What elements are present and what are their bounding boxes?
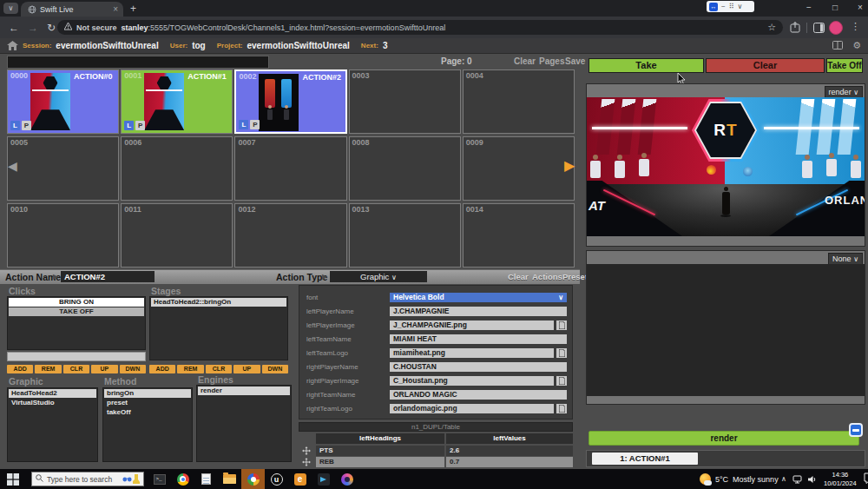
back-icon[interactable]: ← (9, 22, 19, 34)
reload-icon[interactable]: ↻ (47, 22, 56, 34)
address-bar[interactable]: Not secure stanley:5555/TOGWebControlDes… (57, 20, 783, 35)
actions-button[interactable]: Actions (532, 272, 562, 281)
engines-list[interactable]: render (196, 385, 292, 462)
remove-button[interactable]: REM (177, 365, 203, 373)
forward-icon[interactable]: → (28, 22, 38, 34)
new-tab-button[interactable]: + (130, 3, 136, 14)
font-dropdown[interactable]: Helvetica Bold∨ (390, 293, 567, 302)
left-team-name-input[interactable]: MIAMI HEAT (390, 334, 567, 344)
home-icon[interactable] (7, 38, 18, 54)
taskbar-search-input[interactable]: Type here to search (31, 472, 144, 486)
move-up-button[interactable]: UP (91, 365, 117, 373)
clicks-entry-input[interactable] (7, 352, 146, 361)
grid-cell-action0[interactable]: 0000 ACTION#0 LP (7, 69, 119, 134)
file-browse-button[interactable] (556, 320, 567, 330)
export-app-icon[interactable] (312, 469, 335, 489)
add-button[interactable]: ADD (7, 365, 33, 373)
grid-cell-empty[interactable]: 0010 (7, 203, 119, 268)
teamviewer-floating-widget[interactable]: ↔ − ⠿ ∨ (707, 1, 754, 12)
graphic-item[interactable]: VirtualStudio (9, 399, 96, 407)
security-label[interactable]: Not secure (76, 23, 117, 32)
speaker-icon[interactable] (808, 472, 817, 487)
tab-search-button[interactable]: ∨ (3, 3, 18, 14)
cued-action-button[interactable]: 1: ACTION#1 (592, 453, 698, 465)
grid-cell-empty[interactable]: 0003 (349, 69, 461, 134)
clear-action-button[interactable]: Clear (508, 272, 529, 281)
move-down-button[interactable]: DWN (262, 365, 288, 373)
action-type-select[interactable]: Graphic ∨ (330, 271, 427, 282)
left-player-image-input[interactable]: J_CHAMPAGNIE.png (390, 320, 554, 330)
remove-button[interactable]: REM (35, 365, 61, 373)
click-item[interactable]: BRING ON (9, 298, 144, 307)
grid-cell-empty[interactable]: 0004 (463, 69, 575, 134)
right-player-name-input[interactable]: C.HOUSTAN (390, 362, 567, 372)
clear-button[interactable]: Clear (706, 58, 825, 73)
window-maximize-button[interactable]: □ (832, 3, 838, 12)
file-browse-button[interactable] (556, 348, 567, 358)
left-team-logo-input[interactable]: miamiheat.png (390, 348, 554, 358)
clear-list-button[interactable]: CLR (63, 365, 89, 373)
method-item[interactable]: takeOff (104, 408, 191, 417)
start-button[interactable] (7, 473, 19, 489)
clear-page-button[interactable]: Clear (514, 56, 536, 66)
grid-cell-empty[interactable]: 0006 (121, 136, 233, 201)
unreal-engine-icon[interactable]: u (265, 469, 288, 489)
grid-cell-action1[interactable]: 0001 ACTION#1 LP (121, 69, 233, 134)
chevron-down-icon[interactable]: ∨ (738, 3, 743, 11)
settings-gear-icon[interactable]: ⚙ (852, 40, 861, 51)
table-row[interactable]: PTS 2.6 (299, 446, 573, 456)
tray-expand-icon[interactable]: ∧ (781, 475, 786, 483)
action-name-input[interactable]: ACTION#2 (61, 271, 155, 282)
move-up-button[interactable]: UP (233, 365, 260, 373)
stage-item[interactable]: HeadToHead2::bringOn (151, 298, 286, 307)
filter-input[interactable] (7, 56, 269, 69)
active-app-icon[interactable] (241, 469, 265, 489)
take-button[interactable]: Take (589, 58, 704, 73)
click-item[interactable]: TAKE OFF (9, 307, 144, 316)
table-row[interactable]: REB 0.7 (299, 457, 573, 467)
right-player-image-input[interactable]: C_Houstan.png (390, 376, 554, 386)
widget-minimize-icon[interactable]: − (721, 3, 726, 11)
file-explorer-icon[interactable] (218, 469, 241, 489)
file-browse-button[interactable] (556, 404, 567, 413)
left-player-name-input[interactable]: J.CHAMPAGNIE (390, 307, 567, 316)
right-team-logo-input[interactable]: orlandomagic.png (390, 404, 554, 413)
notification-center-icon[interactable]: 21 (864, 472, 868, 487)
stages-list[interactable]: HeadToHead2::bringOn (149, 296, 288, 360)
grid-cell-empty[interactable]: 0014 (463, 203, 575, 268)
drag-handle-icon[interactable] (299, 457, 314, 467)
notepad-icon[interactable] (194, 469, 218, 489)
take-off-button[interactable]: Take Off (826, 58, 863, 73)
pages-button[interactable]: Pages (539, 56, 564, 66)
grid-cell-empty[interactable]: 0008 (349, 136, 461, 201)
method-list[interactable]: bringOn preset takeOff (102, 387, 193, 462)
drag-handle-icon[interactable] (299, 446, 314, 456)
table-cell-heading[interactable]: PTS (316, 446, 444, 456)
browser-menu-icon[interactable]: ⋮ (851, 21, 860, 32)
clear-list-button[interactable]: CLR (206, 365, 232, 373)
grid-cell-empty[interactable]: 0011 (121, 203, 233, 268)
page-next-arrow-icon[interactable]: ▶ (564, 157, 575, 174)
right-team-name-input[interactable]: ORLANDO MAGIC (390, 390, 567, 400)
program-engine-dropdown[interactable]: None ∨ (828, 253, 863, 265)
add-button[interactable]: ADD (149, 365, 175, 373)
table-cell-value[interactable]: 2.6 (446, 446, 573, 456)
chrome-icon[interactable] (171, 469, 194, 489)
network-icon[interactable] (792, 472, 802, 487)
graphic-list[interactable]: HeadToHead2 VirtualStudio (7, 387, 98, 462)
pages-grid-icon[interactable] (832, 41, 843, 51)
table-cell-value[interactable]: 0.7 (446, 457, 573, 467)
window-minimize-button[interactable]: − (806, 3, 812, 12)
preview-engine-dropdown[interactable]: render ∨ (825, 86, 863, 98)
grid-cell-empty[interactable]: 0013 (349, 203, 461, 268)
bookmark-star-icon[interactable]: ☆ (767, 22, 776, 33)
grid-cell-empty[interactable]: 0005 (7, 136, 119, 201)
firefox-icon[interactable] (335, 469, 358, 489)
engine-item-selected[interactable]: render (198, 387, 290, 395)
move-down-button[interactable]: DWN (120, 365, 146, 373)
edge-icon[interactable]: e (288, 469, 312, 489)
profile-avatar[interactable] (829, 21, 843, 35)
save-button[interactable]: Save (565, 56, 585, 66)
grid-cell-action2-selected[interactable]: 0002 ACTION#2 LP (234, 69, 346, 134)
widget-resize-icon[interactable]: ⠿ (729, 3, 734, 11)
